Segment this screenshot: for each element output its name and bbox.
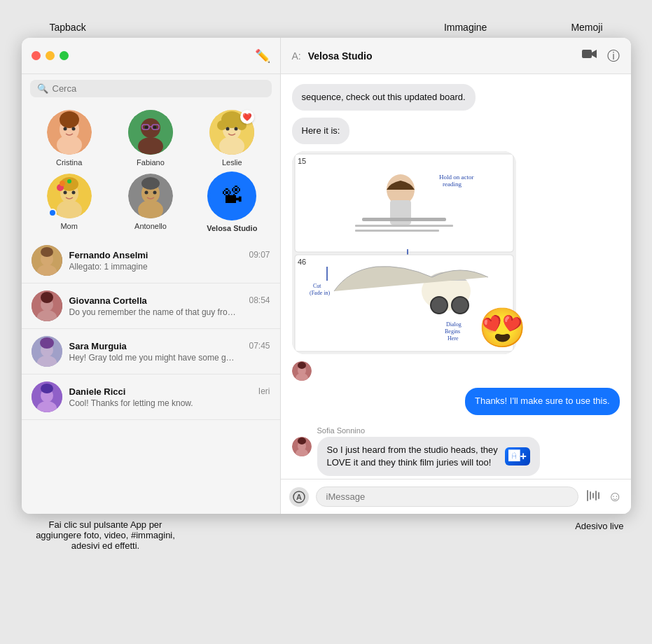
conv-avatar-giovanna xyxy=(32,290,62,321)
msg-text-1: sequence, check out this updated board. xyxy=(302,92,466,102)
msg-text-2: Here it is: xyxy=(302,125,340,136)
pinned-item-fabiano[interactable]: Fabiano xyxy=(123,110,179,167)
sticker-aplus: 🅰+ xyxy=(505,447,529,465)
conv-info-sara: Sara Murguia 07:45 Hey! Gray told me you… xyxy=(69,341,270,363)
svg-point-52 xyxy=(41,384,53,393)
svg-text:Hold on actor: Hold on actor xyxy=(439,174,474,181)
svg-point-68 xyxy=(452,297,469,314)
search-bar[interactable]: 🔍 xyxy=(30,80,272,97)
adesivo-live-label: Adesivo live xyxy=(575,521,623,531)
adesivo-live-annotation: Adesivo live xyxy=(575,519,623,551)
svg-point-7 xyxy=(141,118,160,138)
sender-label-sofia: Sofia Sonnino xyxy=(317,426,620,435)
info-button[interactable]: ⓘ xyxy=(607,48,620,64)
conv-avatar-fernando xyxy=(32,245,62,276)
conv-avatar-sara xyxy=(32,336,62,367)
pinned-item-mom[interactable]: Mom xyxy=(41,174,97,232)
conv-info-fernando: Fernando Anselmi 09:07 Allegato: 1 immag… xyxy=(69,250,270,272)
msg-row-1: sequence, check out this updated board. xyxy=(292,84,620,111)
pinned-name-antonello: Antonello xyxy=(134,222,167,230)
conv-preview-daniele: Cool! Thanks for letting me know. xyxy=(69,398,237,408)
svg-point-48 xyxy=(40,337,54,349)
input-bar: A ☺ xyxy=(281,479,631,514)
svg-point-83 xyxy=(298,438,306,444)
compose-button[interactable]: ✏️ xyxy=(255,48,270,64)
svg-point-2 xyxy=(57,135,82,155)
dictation-button[interactable] xyxy=(585,490,601,504)
svg-point-9 xyxy=(144,126,148,130)
pinned-item-cristina[interactable]: Cristina xyxy=(41,110,97,167)
conv-item-daniele[interactable]: Daniele Ricci Ieri Cool! Thanks for lett… xyxy=(22,374,280,420)
badge-heart: ❤️ xyxy=(240,110,254,124)
bottom-annotations: Fai clic sul pulsante App per aggiungere… xyxy=(22,519,631,551)
conv-item-sara[interactable]: Sara Murguia 07:45 Hey! Gray told me you… xyxy=(22,329,280,374)
conv-preview-giovanna: Do you remember the name of that guy fro… xyxy=(69,307,237,317)
svg-rect-86 xyxy=(587,490,588,501)
svg-text:Here: Here xyxy=(448,335,459,342)
pinned-name-velosa: Velosa Studio xyxy=(207,224,257,232)
conv-time-sara: 07:45 xyxy=(249,341,270,351)
svg-text:46: 46 xyxy=(298,258,306,266)
sidebar: ✏️ 🔍 xyxy=(22,38,281,514)
app-button-annotation-text: Fai clic sul pulsante App per aggiungere… xyxy=(29,519,183,551)
conv-name-daniele: Daniele Ricci xyxy=(69,386,126,397)
pinned-item-leslie[interactable]: ❤️ Leslie xyxy=(204,110,260,167)
svg-point-4 xyxy=(63,127,67,131)
maximize-button[interactable] xyxy=(60,51,69,60)
svg-rect-60 xyxy=(355,230,439,232)
msg-row-2: Here it is: xyxy=(292,118,620,144)
sofia-avatar xyxy=(292,437,312,456)
conv-item-fernando[interactable]: Fernando Anselmi 09:07 Allegato: 1 immag… xyxy=(22,238,280,284)
immagine-label: Immagine xyxy=(444,22,487,33)
msg-row-avatar xyxy=(292,361,620,381)
svg-rect-88 xyxy=(592,493,594,498)
conv-item-giovanna[interactable]: Giovanna Cortella 08:54 Do you remember … xyxy=(22,284,280,329)
close-button[interactable] xyxy=(32,51,41,60)
pinned-name-cristina: Cristina xyxy=(56,158,82,167)
minimize-button[interactable] xyxy=(46,51,55,60)
svg-point-40 xyxy=(41,247,53,257)
conv-time-giovanna: 08:54 xyxy=(249,295,270,305)
conv-avatar-daniele xyxy=(32,382,62,412)
pinned-row-1: Cristina Fabia xyxy=(22,103,280,171)
svg-point-29 xyxy=(63,191,67,195)
app-store-button[interactable]: A xyxy=(289,487,309,507)
svg-point-5 xyxy=(71,127,75,131)
unread-dot-mom xyxy=(48,209,57,217)
svg-text:Cut: Cut xyxy=(313,283,321,289)
svg-point-28 xyxy=(67,179,71,183)
svg-rect-59 xyxy=(355,225,453,227)
video-call-button[interactable] xyxy=(582,48,597,63)
msg-row-outgoing: Thanks! I'll make sure to use this. xyxy=(292,388,620,414)
msg-text-outgoing: Thanks! I'll make sure to use this. xyxy=(475,396,610,406)
pinned-item-antonello[interactable]: Antonello xyxy=(123,174,179,232)
svg-point-36 xyxy=(153,191,156,195)
tapback-annotation: Tapback xyxy=(50,21,86,34)
svg-point-21 xyxy=(235,127,238,131)
svg-point-18 xyxy=(217,120,227,130)
pinned-item-velosa[interactable]: 📽 Velosa Studio xyxy=(204,174,260,232)
msg-text-sofia: So I just heard from the studio heads, t… xyxy=(327,444,501,469)
message-input[interactable] xyxy=(316,486,579,507)
svg-rect-87 xyxy=(590,491,591,500)
pinned-name-mom: Mom xyxy=(60,222,77,230)
svg-point-44 xyxy=(41,292,53,303)
search-input[interactable] xyxy=(53,83,265,94)
svg-rect-58 xyxy=(362,218,446,221)
svg-point-30 xyxy=(71,191,75,195)
svg-point-34 xyxy=(141,177,160,190)
immagine-annotation: Immagine xyxy=(444,21,487,34)
titlebar: ✏️ xyxy=(22,38,280,74)
chat-header-actions: ⓘ xyxy=(582,48,620,64)
conv-preview-sara: Hey! Gray told me you might have some go… xyxy=(69,353,237,363)
msg-bubble-2: Here it is: xyxy=(292,118,350,144)
svg-point-27 xyxy=(60,181,65,186)
conv-info-giovanna: Giovanna Cortella 08:54 Do you remember … xyxy=(69,295,270,317)
memoji-label: Memoji xyxy=(571,22,602,33)
msg-group-sofia: Sofia Sonnino So I just heard from the s… xyxy=(292,426,620,476)
svg-rect-53 xyxy=(582,50,592,58)
msg-bubble-outgoing: Thanks! I'll make sure to use this. xyxy=(465,388,620,414)
messages-area[interactable]: sequence, check out this updated board. … xyxy=(281,74,631,479)
search-icon: 🔍 xyxy=(37,83,48,94)
emoji-button[interactable]: ☺ xyxy=(608,489,622,505)
